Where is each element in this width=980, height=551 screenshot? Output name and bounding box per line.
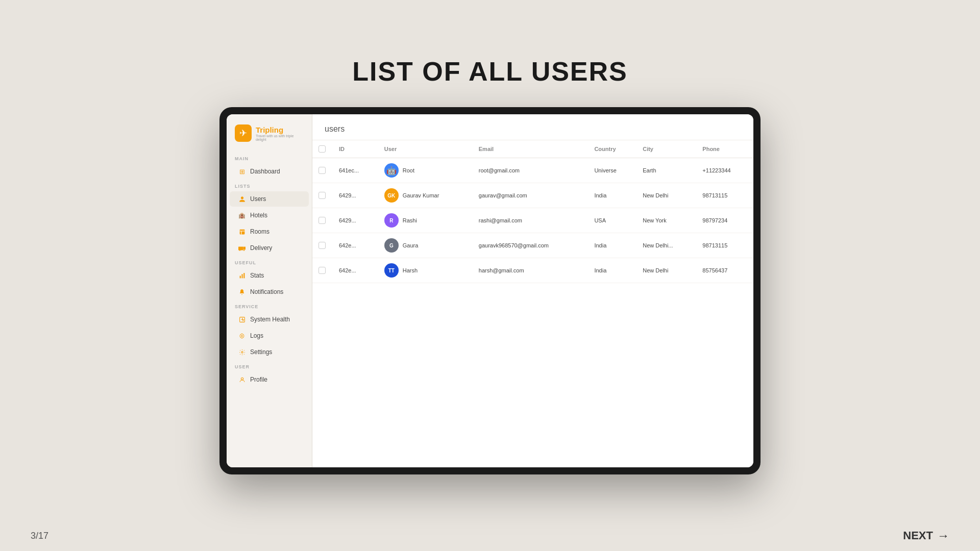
select-all-header[interactable] [312,140,333,158]
sidebar-label-users: Users [250,195,266,203]
row-checkbox[interactable] [318,192,326,199]
sidebar-item-dashboard[interactable]: ⊞ Dashboard [230,164,309,179]
sidebar-item-profile[interactable]: Profile [230,372,309,387]
sidebar-label-rooms: Rooms [250,228,270,235]
row-email: harsh@gmail.com [473,258,589,283]
sidebar-item-delivery[interactable]: Delivery [230,240,309,256]
settings-icon [238,348,246,356]
sidebar: ✈ Tripling Travel with us with triple de… [227,114,312,467]
rooms-icon [238,228,246,236]
row-checkbox-cell[interactable] [312,158,333,183]
row-city: Earth [636,158,696,183]
table-row[interactable]: 641ec... 🤖 Root root@gmail.com Universe … [312,158,753,183]
row-user: GK Gaurav Kumar [378,183,473,208]
logo-name: Tripling [256,126,304,134]
row-country: India [588,183,636,208]
svg-point-6 [243,249,244,251]
profile-icon [238,375,246,384]
table-row[interactable]: 6429... R Rashi rashi@gmail.com USA New … [312,208,753,233]
sidebar-item-notifications[interactable]: Notifications [230,284,309,299]
svg-rect-3 [238,246,243,250]
table-row[interactable]: 642e... TT Harsh harsh@gmail.com India N… [312,258,753,283]
svg-rect-7 [239,276,240,278]
users-table: ID User Email Country City Phone 641ec..… [312,140,753,283]
sidebar-label-hotels: Hotels [250,212,267,219]
row-checkbox[interactable] [318,242,326,249]
sidebar-item-system-health[interactable]: System Health [230,312,309,327]
svg-rect-0 [239,229,244,234]
logo: ✈ Tripling Travel with us with triple de… [227,124,312,152]
next-label: NEXT [903,529,933,542]
row-city: New Delhi [636,258,696,283]
sidebar-label-notifications: Notifications [250,288,283,295]
sidebar-item-settings[interactable]: Settings [230,344,309,360]
col-header-id: ID [333,140,378,158]
row-checkbox-cell[interactable] [312,233,333,258]
svg-point-5 [239,249,240,251]
row-phone: 98713115 [696,183,753,208]
section-label-lists: LISTS [227,180,312,191]
col-header-user: User [378,140,473,158]
hotels-icon: 🏨 [238,211,246,219]
svg-marker-4 [243,246,246,249]
svg-rect-9 [243,273,244,278]
logs-icon [238,332,246,340]
row-phone: +11223344 [696,158,753,183]
sidebar-label-delivery: Delivery [250,244,272,252]
row-checkbox[interactable] [318,267,326,274]
row-country: Universe [588,158,636,183]
sidebar-item-stats[interactable]: Stats [230,268,309,283]
row-city: New York [636,208,696,233]
delivery-icon [238,244,246,252]
row-country: India [588,233,636,258]
row-city: New Delhi... [636,233,696,258]
row-id: 642e... [333,233,378,258]
sidebar-item-rooms[interactable]: Rooms [230,224,309,239]
row-id: 6429... [333,208,378,233]
sidebar-label-system-health: System Health [250,316,290,323]
sidebar-item-users[interactable]: Users [230,191,309,207]
content-title: users [325,124,345,133]
row-checkbox-cell[interactable] [312,208,333,233]
row-id: 641ec... [333,158,378,183]
users-table-container[interactable]: ID User Email Country City Phone 641ec..… [312,140,753,467]
row-country: India [588,258,636,283]
svg-rect-8 [241,274,242,278]
row-email: gaurav@gmail.com [473,183,589,208]
row-checkbox-cell[interactable] [312,183,333,208]
sidebar-label-profile: Profile [250,376,267,383]
row-checkbox[interactable] [318,217,326,224]
device-screen: ✈ Tripling Travel with us with triple de… [227,114,753,467]
section-label-main: MAIN [227,152,312,163]
row-checkbox-cell[interactable] [312,258,333,283]
svg-point-15 [241,351,242,353]
page-indicator: 3/17 [31,531,48,541]
row-id: 642e... [333,258,378,283]
row-id: 6429... [333,183,378,208]
row-phone: 98713115 [696,233,753,258]
table-row[interactable]: 6429... GK Gaurav Kumar gaurav@gmail.com… [312,183,753,208]
main-content: users ID User Email Country City [312,114,753,467]
logo-icon: ✈ [235,124,252,142]
content-header: users [312,114,753,140]
section-label-user: USER [227,360,312,371]
table-header-row: ID User Email Country City Phone [312,140,753,158]
section-label-useful: USEFUL [227,256,312,267]
table-row[interactable]: 642e... G Gaura gauravk968570@gmail.com … [312,233,753,258]
sidebar-item-logs[interactable]: Logs [230,328,309,343]
row-user: G Gaura [378,233,473,258]
row-checkbox[interactable] [318,167,326,174]
sidebar-item-hotels[interactable]: 🏨 Hotels [230,208,309,223]
sidebar-label-settings: Settings [250,348,272,356]
dashboard-icon: ⊞ [238,167,246,176]
select-all-checkbox[interactable] [318,145,326,153]
svg-point-16 [241,378,243,380]
next-button[interactable]: NEXT → [903,529,949,543]
row-user: R Rashi [378,208,473,233]
stats-icon [238,271,246,280]
users-icon [238,195,246,203]
page-title: LIST OF ALL USERS [352,56,628,87]
col-header-email: Email [473,140,589,158]
next-arrow-icon: → [937,529,949,543]
logo-text: Tripling Travel with us with triple deli… [256,126,304,141]
